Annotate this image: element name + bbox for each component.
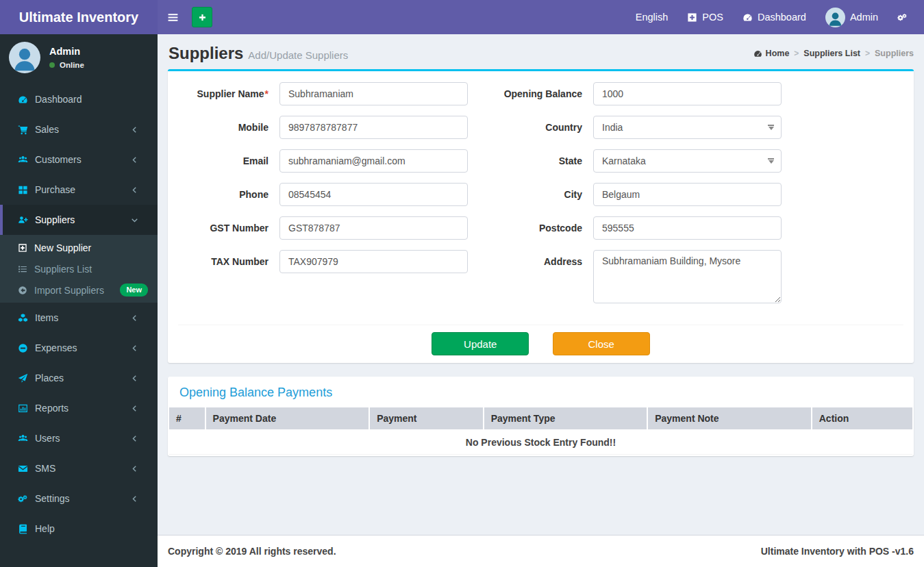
- postcode-input[interactable]: [593, 216, 782, 240]
- chevron-left-icon: [131, 156, 148, 164]
- state-select[interactable]: Karnataka: [593, 149, 782, 173]
- user-avatar: [9, 42, 40, 73]
- sidebar-user-status[interactable]: Online: [49, 61, 84, 69]
- bar-chart-icon: [18, 403, 35, 414]
- breadcrumb-separator-icon: >: [865, 49, 870, 58]
- sidebar-item-label: Reports: [35, 403, 131, 414]
- plus-square-icon: [687, 12, 697, 23]
- sidebar-item-label: Help: [35, 523, 148, 534]
- breadcrumb-separator-icon: >: [794, 49, 799, 58]
- minus-circle-icon: [18, 343, 35, 353]
- online-label: Online: [60, 61, 84, 69]
- sidebar-item-label: Dashboard: [35, 94, 148, 105]
- quick-add[interactable]: [192, 7, 212, 27]
- sidebar-item-dashboard[interactable]: Dashboard: [0, 84, 158, 114]
- sidebar-item-places[interactable]: Places: [0, 363, 158, 393]
- app-window: Ultimate Inventory EnglishPOSDashboardAd…: [0, 0, 924, 567]
- sidebar-item-sms[interactable]: SMS: [0, 453, 158, 483]
- breadcrumb-label: Home: [766, 49, 790, 58]
- sidebar-item-items[interactable]: Items: [0, 303, 158, 333]
- sidebar-item-new-supplier[interactable]: New Supplier: [0, 237, 158, 258]
- breadcrumb-suppliers-list[interactable]: Suppliers List: [803, 49, 860, 58]
- sidebar-item-label: Suppliers: [35, 214, 131, 225]
- chevron-left-icon: [131, 344, 148, 352]
- arrow-circle-left-icon: [18, 286, 34, 295]
- empty-table-message: No Previous Stock Entry Found!!: [169, 431, 912, 455]
- tachometer-icon: [18, 94, 35, 105]
- app-logo[interactable]: Ultimate Inventory: [0, 0, 158, 34]
- chevron-left-icon: [131, 186, 148, 194]
- settings-menu[interactable]: [888, 0, 917, 34]
- field-label-state: State: [468, 149, 593, 173]
- sidebar-item-help[interactable]: Help: [0, 514, 158, 544]
- supplier-name-input[interactable]: [279, 82, 468, 105]
- sidebar-item-purchase[interactable]: Purchase: [0, 175, 158, 205]
- breadcrumb-label: Suppliers List: [803, 49, 860, 58]
- country-select[interactable]: India: [593, 116, 782, 139]
- tax-number-input[interactable]: [279, 250, 468, 273]
- sidebar-item-label: Sales: [35, 124, 131, 135]
- column-header-payment-type: Payment Type: [484, 407, 647, 429]
- field-label-postcode: Postcode: [468, 216, 593, 240]
- mobile-input[interactable]: [279, 116, 468, 139]
- sidebar-item-import-suppliers[interactable]: Import SuppliersNew: [0, 279, 158, 301]
- sidebar-item-reports[interactable]: Reports: [0, 393, 158, 423]
- sidebar-item-label: Items: [35, 312, 131, 323]
- nav-item-label: Admin: [850, 12, 878, 23]
- payments-table: #Payment DatePaymentPayment TypePayment …: [168, 406, 914, 456]
- sidebar-item-customers[interactable]: Customers: [0, 144, 158, 175]
- sidebar-item-label: Users: [35, 433, 131, 444]
- page-subtitle: Add/Update Suppliers: [248, 49, 348, 61]
- field-label-phone: Phone: [178, 183, 279, 206]
- sidebar-item-settings[interactable]: Settings: [0, 483, 158, 514]
- sidebar-item-label: Import Suppliers: [34, 285, 120, 296]
- sidebar-menu: DashboardSalesCustomersPurchaseSuppliers…: [0, 84, 158, 544]
- field-label-email: Email: [178, 149, 279, 173]
- sidebar-item-label: Customers: [35, 154, 131, 165]
- breadcrumb-label: Suppliers: [875, 49, 914, 58]
- phone-input[interactable]: [279, 183, 468, 206]
- sidebar-user-panel: Admin Online: [0, 34, 158, 81]
- main-content: SuppliersAdd/Update Suppliers Home>Suppl…: [158, 34, 924, 567]
- language-menu[interactable]: English: [626, 0, 678, 34]
- field-label-city: City: [468, 183, 593, 206]
- sidebar-submenu-suppliers: New SupplierSuppliers ListImport Supplie…: [0, 235, 158, 303]
- nav-item-label: English: [636, 12, 669, 23]
- top-navbar: Ultimate Inventory EnglishPOSDashboardAd…: [0, 0, 924, 34]
- users-icon: [18, 155, 35, 165]
- update-button[interactable]: Update: [432, 332, 529, 355]
- user-plus-icon: [18, 215, 35, 225]
- sidebar-item-users[interactable]: Users: [0, 423, 158, 453]
- form-footer: Update Close: [178, 325, 903, 363]
- sidebar-toggle[interactable]: [158, 0, 188, 34]
- sidebar-item-expenses[interactable]: Expenses: [0, 333, 158, 363]
- sidebar-item-suppliers-list[interactable]: Suppliers List: [0, 258, 158, 279]
- pos-link[interactable]: POS: [677, 0, 733, 34]
- sidebar-item-suppliers[interactable]: Suppliers: [0, 205, 158, 235]
- users-icon: [18, 433, 35, 444]
- email-input[interactable]: [279, 149, 468, 173]
- field-label-gst-number: GST Number: [178, 216, 279, 240]
- opening-balance-payments-box: Opening Balance Payments #Payment DatePa…: [168, 377, 914, 456]
- cart-icon: [18, 125, 35, 135]
- field-label-opening-balance: Opening Balance: [468, 82, 593, 105]
- chevron-left-icon: [131, 375, 148, 382]
- dashboard-link[interactable]: Dashboard: [733, 0, 816, 34]
- sidebar-item-label: Expenses: [35, 342, 131, 353]
- address-textarea[interactable]: Subhramaniam Building, Mysore: [593, 250, 782, 303]
- breadcrumb-home[interactable]: Home: [753, 49, 790, 58]
- th-large-icon: [18, 185, 35, 195]
- city-input[interactable]: [593, 183, 782, 206]
- plus-square-o-icon: [18, 243, 34, 253]
- opening-balance-input[interactable]: [593, 82, 782, 105]
- payments-title: Opening Balance Payments: [168, 377, 914, 406]
- user-menu[interactable]: Admin: [816, 0, 888, 34]
- cogs-icon: [18, 494, 35, 504]
- online-dot-icon: [49, 62, 55, 68]
- footer-copyright: Copyright © 2019 All rights reserved.: [168, 546, 336, 557]
- sidebar-item-sales[interactable]: Sales: [0, 114, 158, 144]
- column-header-number: #: [169, 407, 205, 429]
- column-header-payment: Payment: [370, 407, 482, 429]
- gst-number-input[interactable]: [279, 216, 468, 240]
- close-button[interactable]: Close: [553, 332, 650, 355]
